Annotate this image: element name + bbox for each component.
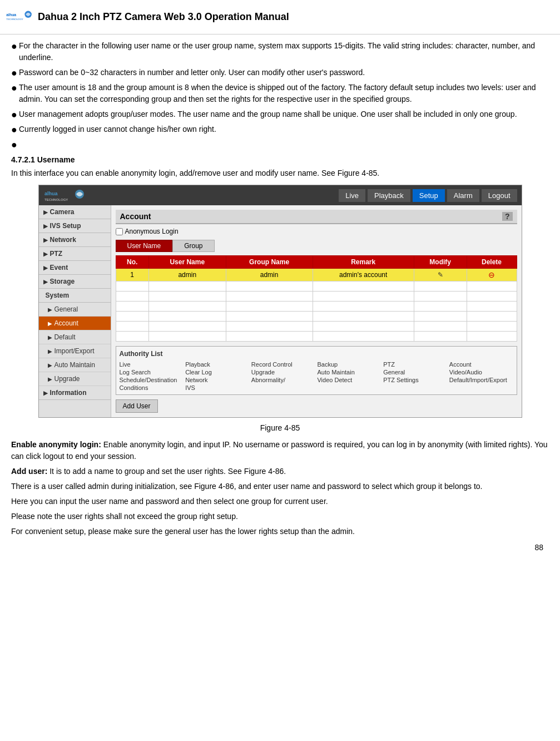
cell-delete[interactable]: ⊖ [467, 269, 517, 281]
expand-arrow-icon: ▶ [43, 251, 48, 257]
bullet-item-1: ● For the character in the following use… [11, 40, 549, 63]
authority-item: Clear Log [185, 369, 249, 376]
sidebar-item-storage[interactable]: ▶Storage [39, 275, 111, 289]
account-panel-title: Account ? [116, 210, 517, 224]
cell-username: admin [148, 269, 226, 281]
bullet-dot: ● [11, 125, 19, 135]
authority-item: Video Detect [317, 377, 381, 383]
col-header-remark: Remark [313, 256, 414, 269]
anonymous-login-checkbox[interactable] [116, 228, 123, 235]
cam-nav-buttons: Live Playback Setup Alarm Logout [339, 189, 517, 202]
authority-item: Upgrade [251, 369, 315, 376]
user-table: No. User Name Group Name Remark Modify D… [116, 255, 517, 342]
expand-arrow-icon: ▶ [43, 279, 48, 285]
table-row [116, 322, 517, 332]
section-heading: 4.7.2.1 Username [11, 155, 549, 164]
sidebar-item-general[interactable]: ▶General [39, 303, 111, 317]
expand-arrow-icon: ▶ [43, 237, 48, 243]
intro-text: In this interface you can enable anonymi… [11, 167, 549, 179]
page-number: 88 [11, 541, 549, 554]
account-tabs: User Name Group [116, 240, 517, 252]
cell-groupname: admin [226, 269, 313, 281]
table-row [116, 292, 517, 302]
add-user-desc: Add user: It is to add a name to group a… [11, 466, 549, 477]
anonymous-login-row: Anonymous Login [116, 228, 517, 235]
nav-logout-button[interactable]: Logout [482, 189, 517, 202]
expand-arrow-icon: ▶ [48, 348, 52, 354]
page-title: Dahua 2 Inch PTZ Camera Web 3.0 Operatio… [38, 11, 289, 23]
extra-text-2: Here you can input the user name and pas… [11, 496, 549, 507]
anonymous-login-label: Anonymous Login [125, 228, 179, 235]
authority-item: Schedule/Destination [120, 377, 184, 383]
table-header-row: No. User Name Group Name Remark Modify D… [116, 256, 517, 269]
authority-list-title: Authority List [120, 350, 513, 358]
figure-caption: Figure 4-85 [11, 423, 549, 432]
sidebar-item-account[interactable]: ▶Account [39, 317, 111, 330]
authority-item: PTZ [383, 361, 447, 368]
authority-item: Playback [185, 361, 249, 368]
bullet-item-2: ● Password can be 0~32 characters in num… [11, 67, 549, 78]
nav-alarm-button[interactable]: Alarm [447, 189, 479, 202]
svg-text:alhua: alhua [44, 191, 58, 196]
cam-body: ▶Camera ▶IVS Setup ▶Network ▶PTZ ▶Event … [39, 205, 522, 417]
cam-logo: alhua TECHNOLOGY [43, 187, 88, 203]
enable-anonymity-label: Enable anonymity login: [11, 440, 101, 449]
authority-grid: Live Playback Record Control Backup PTZ … [120, 361, 513, 391]
extra-text-1: There is a user called admin during init… [11, 481, 549, 492]
sidebar-item-upgrade[interactable]: ▶Upgrade [39, 372, 111, 386]
extra-text-3: Please note the user rights shall not ex… [11, 511, 549, 522]
expand-arrow-icon: ▶ [48, 307, 52, 313]
table-row [116, 281, 517, 292]
add-user-label: Add user: [11, 467, 47, 476]
modify-icon[interactable]: ✎ [438, 271, 443, 279]
table-row [116, 332, 517, 342]
bullet-dot: ● [11, 41, 19, 51]
bullet-item-5: ● Currently logged in user cannot change… [11, 124, 549, 135]
sidebar-item-information[interactable]: ▶Information [39, 386, 111, 400]
expand-arrow-icon: ▶ [43, 209, 48, 215]
svg-text:alhua: alhua [6, 13, 16, 17]
nav-playback-button[interactable]: Playback [368, 189, 410, 202]
sidebar-item-network[interactable]: ▶Network [39, 233, 111, 247]
delete-icon[interactable]: ⊖ [488, 270, 495, 279]
bullet-list: ● For the character in the following use… [11, 40, 549, 150]
expand-arrow-icon: ▶ [48, 376, 52, 382]
sidebar-item-auto-maintain[interactable]: ▶Auto Maintain [39, 358, 111, 372]
tab-group[interactable]: Group [172, 240, 214, 252]
authority-item: Default/Import/Export [449, 377, 513, 383]
bullet-dot: ● [11, 68, 19, 78]
cam-logo-icon: alhua TECHNOLOGY [43, 187, 88, 203]
bullet-dot: ● [11, 110, 19, 120]
table-row [116, 302, 517, 312]
col-header-username: User Name [148, 256, 226, 269]
svg-text:TECHNOLOGY: TECHNOLOGY [6, 18, 23, 21]
expand-arrow-icon: ▶ [43, 223, 48, 229]
sidebar-item-event[interactable]: ▶Event [39, 261, 111, 275]
authority-item: PTZ Settings [383, 377, 447, 383]
sidebar-item-system[interactable]: System [39, 289, 111, 303]
authority-item: Conditions [120, 384, 184, 391]
cell-modify[interactable]: ✎ [414, 269, 467, 281]
cell-no: 1 [116, 269, 148, 281]
expand-arrow-icon: ▶ [48, 320, 52, 327]
expand-arrow-icon: ▶ [43, 265, 48, 271]
authority-item: Account [449, 361, 513, 368]
sidebar-item-default[interactable]: ▶Default [39, 330, 111, 344]
sidebar-item-ptz[interactable]: ▶PTZ [39, 247, 111, 261]
authority-item: IVS [185, 384, 249, 391]
nav-setup-button[interactable]: Setup [413, 189, 445, 202]
bullet-item-4: ● User management adopts group/user mode… [11, 108, 549, 120]
sidebar-item-ivs-setup[interactable]: ▶IVS Setup [39, 219, 111, 233]
tab-username[interactable]: User Name [116, 240, 173, 252]
sidebar-item-import-export[interactable]: ▶Import/Export [39, 344, 111, 358]
add-user-button[interactable]: Add User [116, 399, 158, 413]
help-icon[interactable]: ? [502, 212, 513, 221]
dahua-logo-icon: alhua TECHNOLOGY [6, 4, 33, 29]
authority-item: Auto Maintain [317, 369, 381, 376]
cell-remark: admin's account [313, 269, 414, 281]
svg-text:TECHNOLOGY: TECHNOLOGY [44, 198, 68, 201]
authority-item: Live [120, 361, 184, 368]
sidebar-item-camera[interactable]: ▶Camera [39, 205, 111, 219]
cam-header: alhua TECHNOLOGY Live Playback Setup Ala… [39, 185, 522, 205]
nav-live-button[interactable]: Live [339, 189, 365, 202]
